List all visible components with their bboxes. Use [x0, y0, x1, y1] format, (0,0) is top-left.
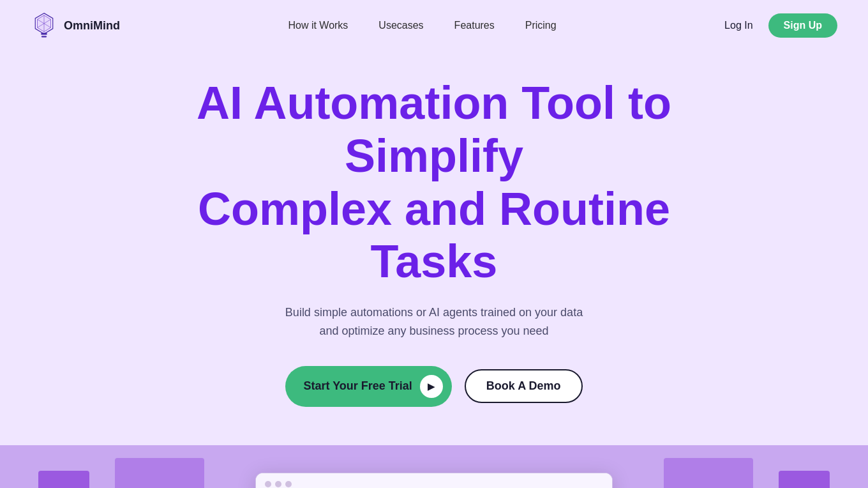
block-left-far: [38, 471, 89, 488]
nav-pricing[interactable]: Pricing: [525, 20, 557, 31]
window-dot-3: [285, 481, 292, 487]
trial-label: Start Your Free Trial: [303, 379, 412, 393]
signup-button[interactable]: Sign Up: [768, 13, 837, 38]
svg-rect-6: [41, 36, 47, 37]
book-demo-button[interactable]: Book A Demo: [465, 369, 583, 403]
window-dot-2: [275, 481, 281, 487]
nav-links: How it Works Usecases Features Pricing: [288, 20, 556, 31]
trial-arrow-icon: ▶: [420, 375, 443, 398]
hero-buttons: Start Your Free Trial ▶ Book A Demo: [285, 366, 582, 407]
nav-features[interactable]: Features: [454, 20, 495, 31]
block-right-near: [664, 458, 753, 488]
nav-actions: Log In Sign Up: [724, 13, 837, 38]
hero-subtitle: Build simple automations or AI agents tr…: [285, 303, 583, 340]
block-left-near: [115, 458, 204, 488]
logo-icon: [31, 12, 57, 39]
hero-visual: OmniMind ⚙: [0, 445, 868, 488]
app-window-mockup: OmniMind ⚙: [255, 473, 613, 488]
nav-usecases[interactable]: Usecases: [378, 20, 423, 31]
navigation: OmniMind How it Works Usecases Features …: [0, 0, 868, 51]
window-dot-1: [265, 481, 271, 487]
hero-section: AI Automation Tool to Simplify Complex a…: [0, 51, 868, 445]
logo-link[interactable]: OmniMind: [31, 12, 120, 39]
login-button[interactable]: Log In: [724, 20, 752, 31]
logo-text: OmniMind: [64, 19, 120, 33]
block-right-far: [779, 471, 830, 488]
svg-rect-5: [41, 33, 47, 34]
hero-title: AI Automation Tool to Simplify Complex a…: [147, 77, 721, 288]
window-titlebar: [256, 473, 612, 488]
nav-how-it-works[interactable]: How it Works: [288, 20, 348, 31]
start-trial-button[interactable]: Start Your Free Trial ▶: [285, 366, 451, 407]
